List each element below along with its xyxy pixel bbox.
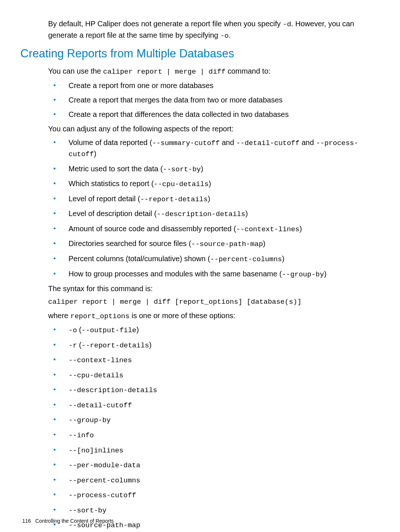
list-item: Create a report that differences the dat…: [48, 109, 367, 120]
text: (: [77, 326, 81, 334]
code-inline: --group-by: [69, 416, 111, 424]
code-inline: -d: [283, 20, 291, 28]
code-inline: --detail-cutoff: [236, 139, 300, 147]
list-item: Create a report from one or more databas…: [48, 80, 367, 91]
code-inline: --percent-columns: [69, 477, 140, 485]
text: is one or more of these options:: [130, 312, 236, 320]
list-item: --group-by: [48, 414, 367, 426]
text: ): [282, 255, 284, 263]
code-inline: --description-details: [157, 210, 245, 218]
text: Level of description detail (: [69, 209, 157, 218]
code-inline: --sort-by: [69, 506, 107, 515]
list-item: Metric used to sort the data (--sort-by): [48, 164, 367, 175]
code-inline: --description-details: [69, 386, 157, 394]
footer-title: Controlling the Content of Reports: [35, 518, 114, 524]
text: ): [245, 209, 248, 218]
code-inline: --percent-columns: [210, 255, 282, 263]
code-inline: -o: [220, 32, 229, 40]
list-item: -r (--report-details): [48, 340, 367, 351]
bullet-list: -o (--output-file) -r (--report-details)…: [48, 324, 367, 532]
text: ): [94, 149, 96, 158]
code-inline: -o: [69, 326, 77, 334]
text: ): [263, 239, 266, 248]
list-item: Amount of source code and disassembly re…: [48, 223, 367, 235]
code-inline: --per-module-data: [69, 461, 140, 469]
list-item: --cpu-details: [48, 370, 367, 381]
code-inline: --summary-cutoff: [152, 139, 220, 147]
code-inline: --detail-cutoff: [69, 401, 132, 410]
text: command to:: [226, 67, 270, 75]
list-item: Percent columns (total/cumulative) shown…: [48, 253, 367, 265]
text: .: [229, 31, 231, 39]
paragraph: You can adjust any of the following aspe…: [48, 124, 367, 134]
list-item: --detail-cutoff: [48, 400, 367, 411]
list-item: Level of description detail (--descripti…: [48, 208, 367, 220]
code-inline: caliper report | merge | diff: [103, 68, 226, 76]
list-item: Which statistics to report (--cpu-detail…: [48, 178, 367, 190]
page-number: 116: [22, 518, 31, 524]
text: By default, HP Caliper does not generate…: [48, 20, 283, 28]
list-item: Create a report that merges the data fro…: [48, 95, 367, 105]
code-inline: --output-file: [81, 326, 136, 334]
text: ): [324, 270, 327, 278]
code-inline: --process-cutoff: [69, 491, 136, 499]
list-item: --description-details: [48, 384, 367, 396]
paragraph: where report_options is one or more of t…: [48, 310, 367, 322]
code-inline: --context-lines: [236, 225, 299, 233]
text: and: [300, 138, 316, 147]
code-inline: --report-details: [81, 341, 149, 350]
text: and: [220, 138, 236, 147]
list-item: Level of report detail (--report-details…: [48, 193, 367, 205]
text: Metric used to sort the data (: [69, 165, 163, 173]
code-inline: report_options: [70, 312, 130, 320]
list-item: --process-cutoff: [48, 489, 367, 501]
code-inline: --source-path-map: [191, 240, 263, 248]
list-item: Volume of data reported (--summary-cutof…: [48, 137, 367, 160]
paragraph: The syntax for this command is:: [48, 283, 367, 294]
text: ): [136, 326, 139, 334]
text: ): [209, 179, 211, 188]
list-item: Directories searched for source files (-…: [48, 238, 367, 250]
intro-paragraph: By default, HP Caliper does not generate…: [48, 18, 367, 41]
text: How to group processes and modules with …: [69, 270, 282, 278]
text: Which statistics to report (: [69, 179, 154, 188]
paragraph: You can use the caliper report | merge |…: [48, 66, 367, 77]
list-item: How to group processes and modules with …: [48, 269, 367, 280]
list-item: --[no]inlines: [48, 445, 367, 456]
text: You can use the: [48, 67, 103, 75]
text: where: [48, 312, 70, 320]
text: ): [201, 165, 203, 173]
text: ): [149, 341, 151, 349]
list-item: -o (--output-file): [48, 324, 367, 336]
code-inline: --group-by: [282, 270, 324, 279]
bullet-list: Create a report from one or more databas…: [48, 80, 367, 120]
code-inline: --[no]inlines: [69, 447, 123, 455]
command-line: caliper report | merge | diff [report_op…: [48, 297, 367, 307]
list-item: --context-lines: [48, 354, 367, 366]
code-inline: --info: [69, 431, 94, 440]
code-inline: --sort-by: [163, 165, 201, 174]
text: Amount of source code and disassembly re…: [69, 225, 236, 233]
text: Directories searched for source files (: [69, 239, 191, 248]
code-inline: --context-lines: [69, 356, 132, 364]
code-inline: --cpu-details: [69, 371, 123, 380]
page-footer: 116Controlling the Content of Reports: [22, 517, 114, 525]
list-item: --per-module-data: [48, 459, 367, 471]
list-item: --sort-by: [48, 505, 367, 516]
list-item: --percent-columns: [48, 475, 367, 486]
code-inline: --report-details: [140, 195, 207, 203]
bullet-list: Volume of data reported (--summary-cutof…: [48, 137, 367, 280]
code-inline: --cpu-details: [154, 180, 209, 188]
text: ): [208, 195, 210, 203]
text: Volume of data reported (: [69, 138, 152, 147]
code-inline: -r: [69, 341, 77, 350]
text: ): [300, 225, 302, 233]
text: Percent columns (total/cumulative) shown…: [69, 255, 210, 263]
list-item: --info: [48, 430, 367, 441]
text: Level of report detail (: [69, 195, 140, 203]
section-heading: Creating Reports from Multiple Databases: [20, 46, 367, 62]
text: (: [77, 341, 81, 349]
